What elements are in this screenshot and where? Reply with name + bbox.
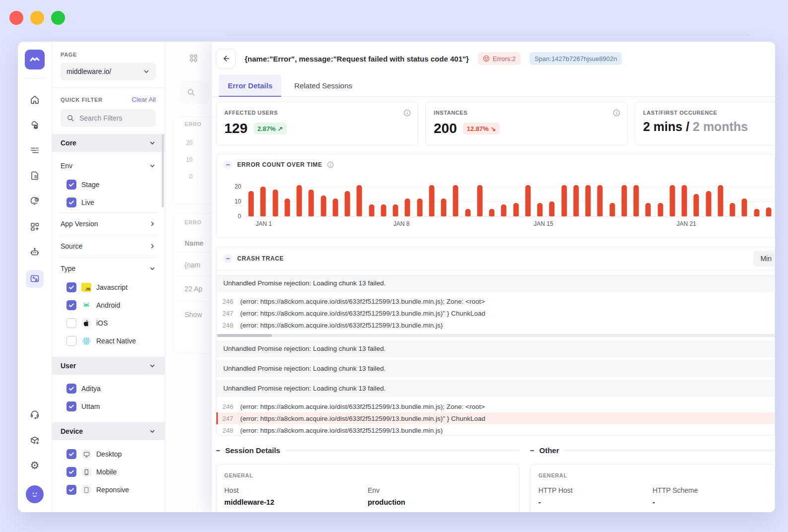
bar[interactable]	[417, 199, 422, 216]
filter-group-user[interactable]: User	[52, 357, 165, 375]
stack-line[interactable]: 248(error: https://a8ckom.acquire.io/dis…	[216, 424, 775, 435]
profile-avatar[interactable]	[26, 485, 44, 503]
bar[interactable]	[646, 203, 651, 216]
settings-gear-icon[interactable]: ⚙	[29, 460, 40, 471]
bar[interactable]	[357, 185, 362, 216]
bar[interactable]	[297, 185, 302, 216]
infrastructure-icon[interactable]	[29, 120, 40, 131]
bar[interactable]	[272, 190, 278, 216]
collapse-icon[interactable]: −	[223, 160, 232, 169]
bar[interactable]	[381, 204, 386, 216]
bar[interactable]	[345, 191, 350, 216]
filter-option-ios[interactable]: iOS	[61, 314, 156, 332]
bar[interactable]	[261, 187, 266, 216]
stack-line[interactable]: 246(error: https://a8ckom.acquire.io/dis…	[216, 400, 775, 412]
crash-message[interactable]: Unhandled Promise rejection: Loading chu…	[216, 361, 775, 377]
filter-option-aditya[interactable]: Aditya	[61, 380, 156, 398]
bar[interactable]	[742, 199, 747, 216]
filter-source[interactable]: Source	[61, 236, 156, 256]
middleware-logo[interactable]	[25, 50, 45, 69]
checkbox[interactable]	[66, 318, 76, 328]
bar[interactable]	[766, 207, 771, 216]
bar[interactable]	[501, 204, 507, 216]
stack-line[interactable]: 248(error: https://a8ckom.acquire.io/dis…	[216, 319, 775, 331]
bar[interactable]	[477, 185, 482, 216]
bar[interactable]	[549, 201, 555, 216]
bar[interactable]	[754, 209, 759, 216]
home-icon[interactable]	[29, 94, 40, 105]
bar[interactable]	[309, 190, 314, 216]
dashboards-icon[interactable]	[29, 221, 40, 232]
bar[interactable]	[405, 199, 410, 216]
bar[interactable]	[321, 196, 326, 216]
bar[interactable]	[284, 199, 290, 216]
checkbox[interactable]	[66, 198, 76, 207]
rum-icon-selected[interactable]	[26, 270, 44, 288]
logs-icon[interactable]	[29, 145, 40, 156]
filter-option-desktop[interactable]: Desktop	[61, 445, 156, 463]
checkbox[interactable]	[66, 336, 76, 346]
filter-option-mobile[interactable]: Mobile	[61, 463, 156, 481]
clear-all-link[interactable]: Clear All	[132, 96, 156, 103]
bar-chart[interactable]	[245, 185, 775, 216]
filter-option-react-native[interactable]: React Native	[61, 332, 156, 350]
bar[interactable]	[573, 185, 579, 216]
bar[interactable]	[706, 191, 711, 216]
tab-error-details[interactable]: Error Details	[219, 74, 281, 96]
maximize-button[interactable]	[51, 11, 65, 25]
bar[interactable]	[249, 191, 254, 216]
bar[interactable]	[597, 185, 603, 216]
bar[interactable]	[537, 203, 543, 216]
filter-search-input[interactable]: Search Filters	[61, 109, 156, 127]
bar[interactable]	[634, 185, 639, 216]
integrations-cube-icon[interactable]	[29, 435, 40, 446]
alerts-icon[interactable]	[29, 196, 40, 206]
bar[interactable]	[429, 185, 434, 216]
filter-option-android[interactable]: Android	[61, 296, 156, 314]
bar[interactable]	[489, 209, 495, 216]
bar[interactable]	[369, 204, 374, 216]
close-button[interactable]	[9, 11, 23, 25]
filter-option-stage[interactable]: Stage	[61, 176, 156, 194]
checkbox[interactable]	[66, 449, 76, 459]
bar[interactable]	[621, 185, 627, 216]
collapse-icon[interactable]: −	[530, 446, 534, 455]
tab-related-sessions[interactable]: Related Sessions	[285, 74, 361, 96]
support-headset-icon[interactable]	[29, 409, 40, 420]
back-button[interactable]	[216, 49, 236, 68]
checkbox[interactable]	[66, 282, 76, 292]
bar[interactable]	[561, 185, 567, 216]
checkbox[interactable]	[66, 180, 76, 190]
filter-group-core[interactable]: Core	[52, 134, 165, 152]
info-icon[interactable]	[613, 109, 620, 119]
crash-message[interactable]: Unhandled Promise rejection: Loading chu…	[216, 341, 775, 357]
filter-option-javascript[interactable]: JSJavascript	[61, 278, 156, 296]
bar[interactable]	[657, 203, 663, 216]
bar[interactable]	[718, 185, 723, 216]
scrollbar-thumb[interactable]	[217, 334, 272, 337]
page-dropdown[interactable]: middleware.io/	[61, 63, 156, 80]
bar[interactable]	[441, 199, 447, 216]
bar[interactable]	[393, 204, 398, 216]
minimize-button[interactable]	[30, 11, 44, 25]
bar[interactable]	[332, 199, 338, 216]
checkbox[interactable]	[66, 300, 76, 310]
bar[interactable]	[669, 185, 675, 216]
filter-type[interactable]: Type	[61, 259, 156, 278]
bar[interactable]	[609, 203, 615, 216]
stack-line[interactable]: 247(error: https://a8ckom.acquire.io/dis…	[216, 412, 775, 424]
filter-app-version[interactable]: App Version	[61, 214, 156, 234]
crash-message[interactable]: Unhandled Promise rejection: Loading chu…	[216, 381, 775, 397]
bar[interactable]	[453, 185, 459, 216]
checkbox[interactable]	[66, 384, 76, 394]
minify-button[interactable]: Min	[753, 251, 775, 266]
horizontal-scrollbar[interactable]	[216, 334, 775, 337]
collapse-icon[interactable]: −	[223, 254, 232, 263]
filter-option-live[interactable]: Live	[61, 194, 156, 211]
stack-line[interactable]: 247(error: https://a8ckom.acquire.io/dis…	[216, 307, 775, 319]
bar[interactable]	[694, 194, 699, 216]
filter-option-uttam[interactable]: Uttam	[61, 398, 156, 415]
bot-icon[interactable]	[29, 247, 40, 258]
info-icon[interactable]	[403, 109, 411, 119]
bar[interactable]	[730, 203, 735, 216]
